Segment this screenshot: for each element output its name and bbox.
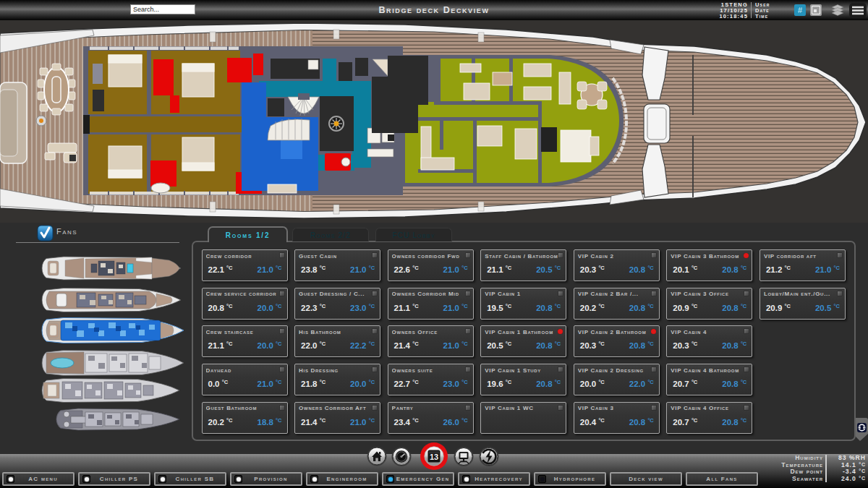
svg-text:#: # (798, 6, 803, 14)
svg-text:13: 13 (430, 453, 438, 461)
